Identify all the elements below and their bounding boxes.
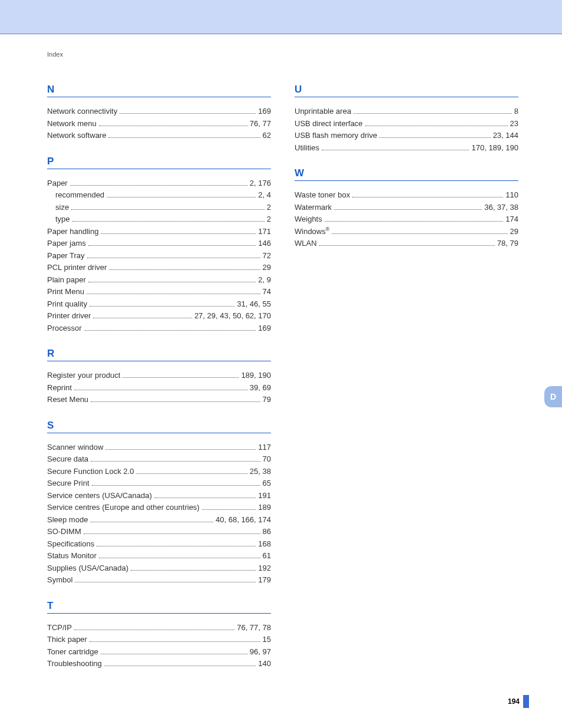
index-entry[interactable]: Supplies (USA/Canada)192 <box>47 562 271 574</box>
index-entry[interactable]: Paper jams146 <box>47 238 271 249</box>
entry-pages: 79 <box>263 394 271 406</box>
entry-term: Specifications <box>47 538 94 550</box>
index-entry[interactable]: size2 <box>47 202 271 213</box>
index-entry[interactable]: PCL printer driver29 <box>47 262 271 274</box>
index-entry[interactable]: Printer driver27, 29, 43, 50, 62, 170 <box>47 310 271 322</box>
leader-dots <box>70 185 247 186</box>
index-entry[interactable]: TCP/IP76, 77, 78 <box>47 622 271 634</box>
entry-term: Symbol <box>47 574 72 586</box>
index-entry[interactable]: Symbol179 <box>47 574 271 586</box>
leader-dots <box>74 390 247 390</box>
index-entry[interactable]: Paper2, 176 <box>47 177 271 189</box>
section-letter: R <box>47 348 271 360</box>
entry-term: Toner cartridge <box>47 646 98 658</box>
index-entry[interactable]: Secure Function Lock 2.025, 38 <box>47 466 271 477</box>
leader-dots <box>84 533 260 534</box>
index-entry[interactable]: Unprintable area8 <box>295 106 518 117</box>
index-entry[interactable]: Sleep mode40, 68, 166, 174 <box>47 514 271 526</box>
entry-pages: 76, 77, 78 <box>237 622 271 634</box>
index-entry[interactable]: SO-DIMM86 <box>47 526 271 538</box>
leader-dots <box>91 461 260 462</box>
index-entry[interactable]: Waste toner box110 <box>295 189 518 201</box>
entry-pages: 25, 38 <box>250 466 271 477</box>
entry-term: Network menu <box>47 118 97 130</box>
entry-pages: 15 <box>263 634 271 645</box>
index-entry[interactable]: WLAN78, 79 <box>295 238 518 249</box>
entry-term: SO-DIMM <box>47 526 81 538</box>
entry-pages: 62 <box>263 130 271 141</box>
leader-dots <box>325 221 504 222</box>
index-entry[interactable]: Processor169 <box>47 322 271 334</box>
entry-pages: 74 <box>263 286 271 298</box>
leader-dots <box>101 233 256 234</box>
leader-dots <box>120 113 256 114</box>
index-entry[interactable]: Print quality31, 46, 55 <box>47 298 271 310</box>
entry-pages: 2, 176 <box>250 177 271 189</box>
entry-pages: 2 <box>267 202 271 213</box>
leader-dots <box>90 641 260 642</box>
index-entry[interactable]: Thick paper15 <box>47 634 271 645</box>
section-letter: T <box>47 600 271 612</box>
index-entry[interactable]: Weights174 <box>295 213 518 225</box>
index-entry[interactable]: Plain paper2, 9 <box>47 274 271 286</box>
index-entry[interactable]: USB direct interface23 <box>295 118 518 130</box>
leader-dots <box>101 654 247 654</box>
entry-pages: 23, 144 <box>493 130 518 141</box>
entry-pages: 78, 79 <box>497 238 518 249</box>
leader-dots <box>92 485 260 486</box>
leader-dots <box>154 498 256 498</box>
entry-pages: 39, 69 <box>250 382 271 394</box>
index-entry[interactable]: Paper Tray72 <box>47 250 271 262</box>
index-entry[interactable]: Network menu76, 77 <box>47 118 271 130</box>
index-entry[interactable]: Secure data70 <box>47 453 271 465</box>
leader-dots <box>90 306 234 307</box>
leader-dots <box>75 582 256 582</box>
side-tab[interactable]: D <box>544 386 562 407</box>
index-entry[interactable]: recommended2, 4 <box>47 189 271 201</box>
entry-term: Print quality <box>47 298 87 310</box>
entry-pages: 65 <box>263 477 271 489</box>
index-entry[interactable]: Reset Menu79 <box>47 394 271 406</box>
leader-dots <box>87 294 260 294</box>
index-entry[interactable]: Windows®29 <box>295 226 518 238</box>
index-entry[interactable]: Troubleshooting140 <box>47 658 271 670</box>
leader-dots <box>91 401 260 402</box>
index-entry[interactable]: Register your product189, 190 <box>47 370 271 381</box>
index-entry[interactable]: Service centres (Europe and other countr… <box>47 502 271 513</box>
entry-term: Windows® <box>295 226 329 238</box>
index-entry[interactable]: Print Menu74 <box>47 286 271 298</box>
entry-term: Paper <box>47 177 68 189</box>
entry-term: Waste toner box <box>295 189 350 201</box>
leader-dots <box>71 209 265 210</box>
index-entry[interactable]: Reprint39, 69 <box>47 382 271 394</box>
index-entry[interactable]: Secure Print65 <box>47 477 271 489</box>
index-entry[interactable]: Paper handling171 <box>47 226 271 238</box>
page-number-area: 194 <box>508 695 529 708</box>
index-entry[interactable]: Network connectivity169 <box>47 106 271 117</box>
index-entry[interactable]: type2 <box>47 213 271 225</box>
index-entry[interactable]: Watermark36, 37, 38 <box>295 202 518 213</box>
index-entry[interactable]: Specifications168 <box>47 538 271 550</box>
index-entry[interactable]: Toner cartridge96, 97 <box>47 646 271 658</box>
entry-term: Service centers (USA/Canada) <box>47 490 152 502</box>
leader-dots <box>136 473 247 474</box>
index-entry[interactable]: Status Monitor61 <box>47 550 271 562</box>
section-letter: P <box>47 156 271 167</box>
leader-dots <box>322 150 470 150</box>
entry-pages: 76, 77 <box>250 118 271 130</box>
entry-pages: 191 <box>258 490 271 502</box>
leader-dots <box>93 318 191 318</box>
entry-pages: 146 <box>258 238 271 249</box>
entry-pages: 29 <box>510 226 518 238</box>
index-section: RRegister your product189, 190Reprint39,… <box>47 348 271 406</box>
entry-pages: 169 <box>258 106 271 117</box>
index-entry[interactable]: Utilities170, 189, 190 <box>295 142 518 154</box>
index-entry[interactable]: Network software62 <box>47 130 271 141</box>
entry-pages: 110 <box>505 189 518 201</box>
index-entry[interactable]: USB flash memory drive23, 144 <box>295 130 518 141</box>
entry-term: Secure Function Lock 2.0 <box>47 466 134 477</box>
index-entry[interactable]: Scanner window117 <box>47 442 271 453</box>
entry-pages: 40, 68, 166, 174 <box>216 514 271 526</box>
index-entry[interactable]: Service centers (USA/Canada)191 <box>47 490 271 502</box>
entry-term: Printer driver <box>47 310 91 322</box>
